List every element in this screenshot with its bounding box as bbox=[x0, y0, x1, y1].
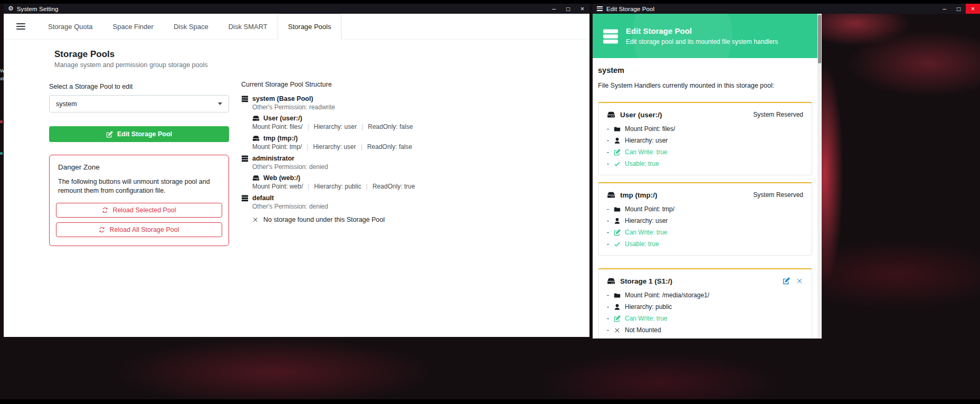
x-icon bbox=[614, 327, 621, 334]
menu-icon[interactable] bbox=[597, 5, 603, 12]
desktop-icon-label-fragment: xt bbox=[0, 76, 4, 81]
handler-row: Mount Point: files/ bbox=[607, 125, 803, 133]
user-icon bbox=[614, 137, 621, 144]
handler-row-text: Usable: true bbox=[625, 240, 659, 248]
danger-zone-card: Danger Zone The following buttons will u… bbox=[49, 155, 229, 246]
edit-storage-pool-button[interactable]: Edit Storage Pool bbox=[49, 126, 229, 142]
drive-icon bbox=[607, 277, 615, 285]
window-title: Edit Storage Pool bbox=[606, 6, 654, 12]
close-button[interactable]: × bbox=[575, 4, 589, 14]
tab-storage-pools[interactable]: Storage Pools bbox=[278, 14, 342, 40]
tree-storage-head: Web (web:/) bbox=[252, 174, 415, 182]
system-reserved-badge: System Reserved bbox=[753, 111, 803, 118]
storage-pool-icon bbox=[241, 95, 249, 102]
maximize-button[interactable]: □ bbox=[561, 4, 575, 14]
storage-pool-tree: system (Base Pool) Other's Permission: r… bbox=[241, 95, 415, 223]
window-title: System Setting bbox=[17, 6, 59, 12]
maximize-button[interactable]: □ bbox=[952, 4, 966, 14]
scrollbar-thumb[interactable] bbox=[818, 15, 821, 63]
drive-icon bbox=[252, 174, 260, 182]
tree-pool: default Other's Permission: denied No st… bbox=[241, 194, 415, 223]
user-icon bbox=[614, 218, 621, 224]
danger-zone-title: Danger Zone bbox=[58, 163, 222, 171]
empty-pool-text: No storage found under this Storage Pool bbox=[263, 216, 385, 223]
handler-row-text: Mount Point: files/ bbox=[625, 125, 675, 133]
storage-pool-icon bbox=[602, 27, 619, 44]
pool-structure-column: Current Storage Pool Structure system (B… bbox=[241, 81, 415, 223]
tree-storage-item: User (user:/) Mount Point: files/Hierarc… bbox=[252, 115, 415, 130]
window-controls: – □ × bbox=[937, 4, 980, 14]
danger-zone-description: The following buttons will unmount stora… bbox=[58, 177, 222, 195]
handler-row-text: Usable: true bbox=[625, 160, 659, 167]
handler-row: Hierarchy: user bbox=[607, 217, 803, 224]
scrollbar[interactable] bbox=[817, 14, 822, 339]
tab-bar: Storage Quota Space Finder Disk Space Di… bbox=[4, 14, 589, 40]
edit-storage-pool-window: Edit Storage Pool Edit storage pool and … bbox=[593, 14, 822, 339]
edit-pool-main: system File System Handlers currently mo… bbox=[593, 66, 817, 339]
reload-all-pool-button[interactable]: Reload All Storage Pool bbox=[56, 222, 222, 237]
edit-pool-content: Edit Storage Pool Edit storage pool and … bbox=[593, 14, 817, 339]
hamburger-menu-icon[interactable] bbox=[15, 20, 26, 33]
screen-top-bar bbox=[0, 0, 980, 4]
handler-title: User (user:/) bbox=[620, 111, 662, 119]
x-icon bbox=[796, 277, 803, 285]
reload-selected-label: Reload Selected Pool bbox=[112, 206, 176, 214]
tree-pool: administrator Other's Permission: denied… bbox=[241, 155, 415, 190]
handler-card-header: User (user:/) System Reserved bbox=[607, 110, 803, 119]
handler-card: tmp (tmp:/) System Reserved Mount Point:… bbox=[598, 182, 812, 256]
storage-pool-icon bbox=[241, 155, 249, 162]
pool-editor-column: Storage Pools Manage system and permissi… bbox=[49, 49, 229, 246]
chevron-down-icon bbox=[218, 102, 222, 105]
reload-selected-pool-button[interactable]: Reload Selected Pool bbox=[56, 203, 222, 218]
drive-icon bbox=[607, 191, 615, 199]
edit-icon bbox=[106, 131, 113, 138]
folder-icon bbox=[614, 292, 621, 299]
readonly: ReadOnly: false bbox=[357, 123, 413, 130]
tab-space-finder[interactable]: Space Finder bbox=[103, 14, 164, 39]
structure-title: Current Storage Pool Structure bbox=[241, 81, 415, 88]
minimize-button[interactable]: – bbox=[547, 4, 561, 14]
desktop-icon-fragment bbox=[0, 120, 3, 123]
system-setting-window: ⚙ System Setting – □ × Storage Quota Spa… bbox=[4, 4, 589, 337]
edit-icon bbox=[783, 277, 790, 285]
handler-row: Mount Point: /media/storage1/ bbox=[607, 292, 803, 299]
tree-pool: system (Base Pool) Other's Permission: r… bbox=[241, 95, 415, 151]
pool-name: administrator bbox=[252, 155, 294, 162]
desktop-icon-fragment bbox=[0, 152, 3, 155]
page-subtitle: Manage system and permission group stora… bbox=[54, 61, 229, 69]
system-reserved-badge: System Reserved bbox=[753, 191, 803, 199]
pool-name: system (Base Pool) bbox=[252, 95, 313, 102]
page-title: Storage Pools bbox=[54, 49, 229, 60]
check-icon bbox=[614, 241, 621, 248]
storage-pool-select[interactable]: system bbox=[49, 95, 229, 112]
window-controls: – □ × bbox=[547, 4, 589, 14]
close-button[interactable]: × bbox=[966, 4, 980, 14]
x-icon bbox=[252, 217, 259, 223]
mount-point: Mount Point: files/ bbox=[252, 123, 302, 130]
tree-pool-head: system (Base Pool) bbox=[241, 95, 415, 102]
handler-row-text: Can Write: true bbox=[625, 148, 667, 156]
tree-storage-head: tmp (tmp:/) bbox=[252, 135, 415, 142]
readonly: ReadOnly: true bbox=[361, 183, 415, 190]
storage-details: Mount Point: tmp/Hierarchy: userReadOnly… bbox=[252, 143, 415, 151]
tab-disk-smart[interactable]: Disk SMART bbox=[218, 14, 278, 39]
storage-name: tmp (tmp:/) bbox=[263, 135, 298, 142]
handler-row-text: Can Write: true bbox=[625, 229, 667, 236]
handler-title: Storage 1 (S1:/) bbox=[620, 277, 672, 285]
storage-pools-page: Storage Pools Manage system and permissi… bbox=[4, 40, 589, 337]
handler-row-text: Hierarchy: user bbox=[625, 137, 668, 144]
tab-storage-quota[interactable]: Storage Quota bbox=[38, 14, 103, 39]
handler-row-text: Hierarchy: user bbox=[625, 217, 668, 224]
edit-icon bbox=[614, 315, 621, 322]
handler-row-text: Can Write: true bbox=[625, 315, 667, 322]
drive-icon bbox=[252, 135, 260, 142]
edit-handler-button[interactable] bbox=[783, 277, 790, 285]
remove-handler-button[interactable] bbox=[796, 277, 803, 285]
handler-row: Can Write: true bbox=[607, 148, 803, 156]
storage-name: Web (web:/) bbox=[263, 174, 300, 182]
drive-icon bbox=[252, 115, 260, 122]
tab-disk-space[interactable]: Disk Space bbox=[164, 14, 218, 39]
minimize-button[interactable]: – bbox=[937, 4, 952, 14]
system-setting-titlebar: ⚙ System Setting – □ × bbox=[4, 4, 589, 14]
handler-row: Can Write: true bbox=[607, 315, 803, 322]
